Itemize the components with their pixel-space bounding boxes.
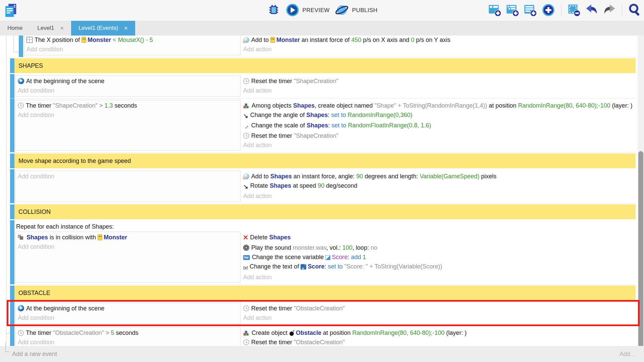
add-comment-button[interactable] (524, 3, 537, 18)
actions-cell: Create object Obstacle at position Rando… (243, 327, 636, 346)
preview-button[interactable]: PREVIEW (285, 3, 330, 18)
events-sheet: The X position of Monster < MouseX() - 5… (0, 36, 644, 346)
add-action-placeholder[interactable]: Add action (243, 140, 634, 150)
force-icon (243, 37, 249, 43)
condition-line[interactable]: The timer "ObstacleCreation" > 5 seconds (18, 328, 237, 338)
timer-icon (243, 78, 249, 84)
action-line[interactable]: Change the scale of Shapes: set to Rando… (243, 121, 634, 131)
scene-start-icon (18, 305, 24, 311)
debug-button[interactable] (267, 3, 281, 18)
action-line[interactable]: Change the angle of Shapes: set to Rando… (243, 110, 634, 121)
text-segment: at position (321, 329, 352, 336)
vertical-scrollbar[interactable] (638, 36, 644, 346)
preview-label: PREVIEW (303, 7, 330, 14)
action-line[interactable]: Delete Shapes (243, 233, 634, 243)
tab-level1[interactable]: Level1× (30, 21, 71, 36)
add-more-button[interactable]: Add... (620, 351, 635, 358)
action-line[interactable]: Add to Shapes an instant force, angle: 9… (243, 172, 634, 181)
add-action-placeholder[interactable]: Add action (243, 313, 634, 322)
angle-icon (243, 111, 248, 121)
condition-line[interactable]: Shapes is in collision with Monster (18, 233, 237, 242)
text-segment: > (98, 102, 105, 109)
add-condition-placeholder[interactable]: Add condition (18, 86, 237, 95)
condition-line[interactable]: At the beginning of the scene (18, 76, 237, 86)
indent-bar (10, 169, 14, 203)
undo-button[interactable] (585, 3, 598, 18)
add-something-button[interactable] (541, 3, 555, 18)
text-segment: Shapes (269, 234, 291, 241)
condition-line[interactable]: At the beginning of the scene (18, 304, 237, 313)
text-segment: p/s on X axis and (361, 37, 411, 43)
text-segment: Change the scale of (251, 122, 307, 129)
text-object-icon (301, 264, 306, 269)
event-row: The timer "ShapeCreation" > 1.3 secondsA… (10, 99, 636, 153)
add-action-placeholder[interactable]: Add action (243, 45, 634, 54)
tab-close-icon[interactable]: × (60, 25, 64, 31)
text-segment: At the beginning of the scene (26, 78, 104, 84)
text-segment: 450 (351, 37, 361, 43)
text-segment: at speed (291, 182, 318, 189)
add-condition-placeholder[interactable]: Add condition (18, 338, 237, 346)
search-button[interactable] (628, 3, 642, 18)
scrollbar-thumb[interactable] (638, 151, 643, 346)
action-line[interactable]: Change the text of Score: set to "Score:… (243, 262, 634, 273)
add-condition-placeholder[interactable]: Add condition (18, 313, 237, 322)
text-segment: , loop: (353, 244, 371, 251)
events-list: The X position of Monster < MouseX() - 5… (10, 36, 636, 346)
action-line[interactable]: Among objects Shapes, create object name… (243, 101, 634, 110)
action-line[interactable]: Reset the timer "ObstacleCreation" (243, 338, 634, 346)
conditions-cell: At the beginning of the sceneAdd conditi… (15, 303, 240, 324)
indent-bar (10, 99, 14, 152)
foreach-header[interactable]: Repeat for each instance of Shapes: (15, 222, 636, 232)
text-segment: Shapes (26, 234, 48, 241)
action-line[interactable]: Create object Obstacle at position Rando… (243, 328, 634, 338)
add-event-button[interactable] (488, 3, 501, 18)
action-line[interactable]: Reset the timer "ShapeCreation" (243, 76, 634, 86)
add-subevent-button[interactable] (506, 3, 519, 18)
add-condition-placeholder[interactable]: Add condition (18, 242, 237, 251)
action-line[interactable]: Reset the timer "ObstacleCreation" (243, 304, 634, 313)
redo-button[interactable] (603, 3, 616, 18)
condition-line[interactable]: The timer "ShapeCreation" > 1.3 seconds (18, 101, 237, 110)
text-segment: The timer (26, 102, 53, 109)
add-condition-placeholder[interactable]: Add condition (18, 110, 237, 120)
delete-selection-button[interactable] (567, 3, 581, 18)
add-condition-placeholder[interactable]: Add condition (26, 45, 237, 54)
text-segment: , create object named (315, 102, 374, 109)
tab-close-icon[interactable]: × (124, 25, 128, 31)
add-action-placeholder[interactable]: Add action (243, 273, 634, 282)
add-action-placeholder[interactable]: Add action (243, 191, 634, 201)
text-action-icon (243, 263, 248, 273)
condition-line[interactable]: The X position of Monster < MouseX() - 5 (26, 36, 237, 45)
action-line[interactable]: Add to Monster an instant force of 450 p… (243, 36, 634, 45)
actions-cell: Reset the timer "ObstacleCreation"Add ac… (243, 303, 636, 324)
text-segment: Reset the timer (251, 305, 294, 312)
text-segment: pixels (479, 173, 496, 180)
actions-cell: Reset the timer "ShapeCreation"Add actio… (243, 75, 636, 97)
event-group-header[interactable]: SHAPES (14, 58, 636, 73)
text-segment: Reset the timer (251, 132, 294, 139)
text-segment: an instant force, angle: (292, 173, 356, 180)
add-condition-placeholder[interactable]: Add condition (18, 172, 237, 181)
gdevelop-window: PREVIEW PUBLISH (0, 0, 644, 362)
bomb-icon (289, 330, 294, 336)
action-line[interactable]: Play the sound monster.wav, vol.: 100, l… (243, 243, 634, 252)
tab-home[interactable]: Home (0, 21, 30, 36)
tab-level1-events-[interactable]: Level1 (Events)× (71, 21, 135, 36)
publish-button[interactable]: PUBLISH (334, 3, 378, 18)
toolbar-separator (561, 4, 561, 16)
action-line[interactable]: Rotate Shapes at speed 90 deg/second (243, 181, 634, 191)
event-group-header[interactable]: OBSTACLE (14, 286, 636, 300)
event-group-header[interactable]: Move shape according to the game speed (14, 154, 636, 168)
text-segment: Shapes (307, 122, 328, 129)
text-segment: Rotate (250, 182, 270, 189)
text-segment: Add to (251, 173, 270, 180)
add-new-event-button[interactable]: Add a new event (12, 351, 57, 358)
action-line[interactable]: Reset the timer "ShapeCreation" (243, 131, 634, 140)
action-line[interactable]: Change the scene variable Score: add 1 (243, 252, 634, 262)
event-group-header[interactable]: COLLISION (14, 204, 636, 219)
text-segment: deg/second (324, 182, 357, 189)
add-action-placeholder[interactable]: Add action (243, 86, 634, 95)
add-event-icon (488, 3, 501, 18)
collision-icon (18, 234, 24, 240)
